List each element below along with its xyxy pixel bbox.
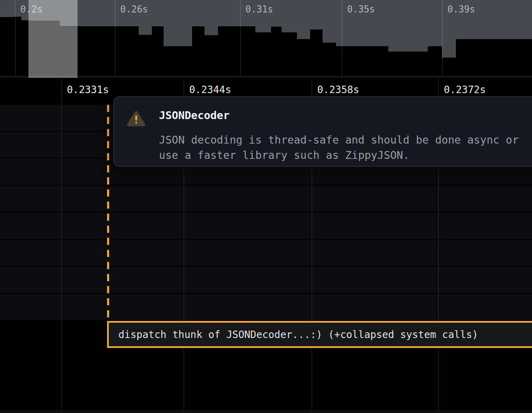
overview-gridline: [15, 0, 16, 76]
overview-bar: [218, 26, 255, 76]
overview-tick-label: 0.31s: [245, 4, 273, 15]
overview-bar: [282, 32, 297, 76]
warning-tooltip: JSONDecoder JSON decoding is thread-safe…: [113, 96, 532, 167]
overview-gridline: [240, 0, 241, 76]
overview-bar: [271, 27, 282, 76]
overview-bottom-strip: [0, 76, 532, 78]
ruler-tick-label: 0.2344s: [189, 84, 231, 96]
tooltip-text-block: JSONDecoder JSON decoding is thread-safe…: [159, 109, 529, 163]
selected-frame-label: dispatch thunk of JSONDecoder...:) (+col…: [118, 329, 478, 340]
overview-bar: [255, 32, 271, 76]
flame-row: [0, 240, 532, 266]
overview-bar: [139, 35, 152, 76]
bottom-strip: [0, 411, 532, 413]
warning-triangle-icon: [127, 111, 145, 127]
gridline: [61, 78, 62, 411]
overview-bar: [388, 52, 428, 76]
overview-bar: [21, 20, 28, 76]
tooltip-title: JSONDecoder: [159, 109, 529, 122]
overview-bar: [297, 39, 310, 76]
timeline-overview[interactable]: 0.2s0.26s0.31s0.35s0.39s: [0, 0, 532, 78]
overview-tick-label: 0.39s: [447, 4, 475, 15]
overview-bar: [164, 46, 192, 76]
overview-bar: [442, 58, 456, 76]
ruler-tick-label: 0.2358s: [317, 84, 359, 96]
overview-gridline: [115, 0, 116, 76]
ruler-tick-label: 0.2372s: [444, 84, 486, 96]
overview-bar: [192, 26, 204, 76]
overview-bar: [0, 17, 14, 76]
overview-bar: [428, 46, 442, 76]
ruler-tick-label: 0.2331s: [67, 84, 109, 96]
selection-marker-line: [107, 105, 109, 321]
overview-tick-label: 0.35s: [347, 4, 375, 15]
flame-profiler: 0.2331s0.2344s0.2358s0.2372s dispatch th…: [0, 0, 532, 413]
overview-selection-handle[interactable]: [28, 0, 78, 78]
overview-gridline: [442, 0, 443, 76]
overview-tick-label: 0.26s: [120, 4, 148, 15]
overview-bar: [310, 30, 323, 76]
flame-row: [0, 186, 532, 212]
flame-row: [0, 294, 532, 320]
overview-bar: [336, 46, 388, 76]
overview-bar: [78, 26, 139, 76]
overview-bar: [323, 43, 336, 76]
flame-row: [0, 267, 532, 293]
overview-bar: [152, 26, 164, 76]
tooltip-body: JSON decoding is thread-safe and should …: [159, 132, 529, 163]
overview-bar: [204, 35, 218, 76]
overview-gridline: [342, 0, 342, 76]
overview-bar: [456, 39, 532, 76]
selected-frame-row[interactable]: dispatch thunk of JSONDecoder...:) (+col…: [107, 321, 532, 348]
flame-row: [0, 213, 532, 239]
